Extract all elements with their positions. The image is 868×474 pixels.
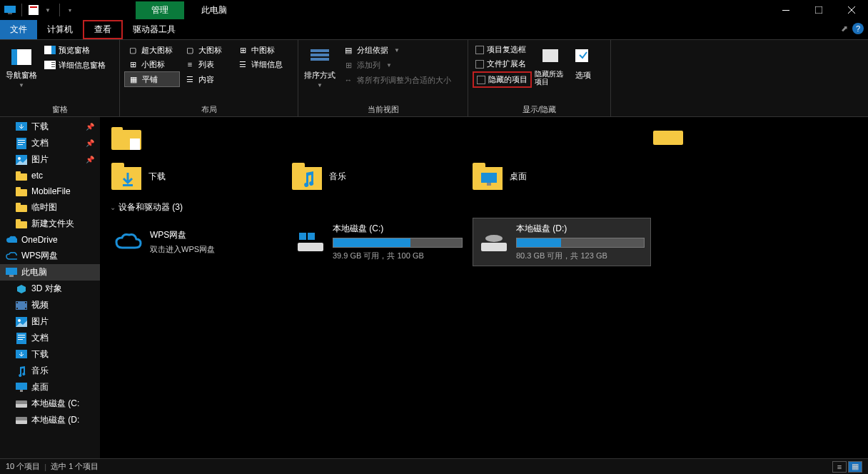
layout-content[interactable]: ☰内容 xyxy=(181,71,233,87)
divider xyxy=(21,4,22,16)
sidebar-item-video[interactable]: 视频 xyxy=(0,297,100,313)
document-icon xyxy=(16,333,27,344)
content-icon: ☰ xyxy=(184,74,196,85)
group-label-panes: 窗格 xyxy=(4,103,115,115)
sidebar-item-wps[interactable]: WPS网盘 xyxy=(0,248,100,264)
svg-rect-13 xyxy=(51,62,55,63)
nav-pane-button[interactable]: 导航窗格 ▼ xyxy=(4,43,39,89)
svg-rect-15 xyxy=(51,66,55,67)
tab-view[interactable]: 查看 xyxy=(83,20,123,39)
svg-rect-9 xyxy=(11,49,17,65)
section-devices-header[interactable]: ⌄ 设备和驱动器 (3) xyxy=(107,196,868,218)
drive-sub: 双击进入WPS网盘 xyxy=(150,244,280,255)
layout-details[interactable]: ☰详细信息 xyxy=(234,57,286,71)
pin-icon: 📌 xyxy=(86,123,94,131)
minimize-ribbon-icon[interactable]: ⬈ xyxy=(841,24,848,34)
maximize-button[interactable] xyxy=(802,0,835,20)
layout-large[interactable]: ▢大图标 xyxy=(181,43,233,57)
options-button[interactable]: 选项 xyxy=(569,43,597,81)
sidebar-item-document[interactable]: 文档 xyxy=(0,330,100,346)
preview-pane-button[interactable]: 预览窗格 xyxy=(41,43,108,57)
add-columns-icon: ⊞ xyxy=(343,59,354,71)
add-columns-button[interactable]: ⊞添加列▼ xyxy=(340,58,454,72)
folder-item[interactable]: 下载 xyxy=(107,157,288,196)
drive-d[interactable]: 本地磁盘 (D:) 80.3 GB 可用，共 123 GB xyxy=(473,218,651,266)
ribbon-tabs: 文件 计算机 查看 驱动器工具 ⬈ ? xyxy=(0,20,868,40)
sidebar-item-drive[interactable]: 本地磁盘 (C: xyxy=(0,395,100,412)
ribbon: 导航窗格 ▼ 预览窗格 详细信息窗格 窗格 ▢超大图标 ▢大图标 ⊞中图标 ⊞小… xyxy=(0,40,868,117)
svg-rect-14 xyxy=(51,64,55,65)
layout-tiles[interactable]: ▦平铺 xyxy=(124,71,180,87)
tiles-icon: ▦ xyxy=(128,74,139,85)
drive-icon xyxy=(16,415,27,426)
folder-item[interactable] xyxy=(107,118,288,157)
item-checkboxes-toggle[interactable]: 项目复选框 xyxy=(473,43,532,56)
contextual-tab-manage[interactable]: 管理 xyxy=(136,1,184,19)
svg-rect-60 xyxy=(653,131,683,145)
svg-rect-73 xyxy=(481,243,507,251)
sidebar-item-folder[interactable]: 新建文件夹 xyxy=(0,216,100,232)
details-pane-button[interactable]: 详细信息窗格 xyxy=(41,58,108,72)
help-icon[interactable]: ? xyxy=(852,23,864,34)
tab-drive-tools[interactable]: 驱动器工具 xyxy=(123,20,186,39)
sidebar-item-pc[interactable]: 此电脑 xyxy=(0,264,100,281)
sidebar[interactable]: 下载📌文档📌图片📌etcMobileFile临时图新建文件夹OneDriveWP… xyxy=(0,117,100,458)
folder-icon xyxy=(16,202,27,213)
svg-rect-70 xyxy=(298,243,323,251)
svg-rect-40 xyxy=(16,302,18,303)
svg-rect-58 xyxy=(111,127,123,133)
picture-icon xyxy=(16,154,27,166)
svg-rect-56 xyxy=(16,417,27,420)
svg-rect-11 xyxy=(51,46,56,54)
hidden-items-toggle[interactable]: 隐藏的项目 xyxy=(473,71,532,88)
view-tiles-button[interactable]: ▦ xyxy=(848,461,862,473)
tab-computer[interactable]: 计算机 xyxy=(37,20,83,39)
close-button[interactable] xyxy=(835,0,868,20)
svg-rect-21 xyxy=(575,49,588,62)
folder-item[interactable]: 音乐 xyxy=(288,157,468,196)
folder-item[interactable]: 桌面 xyxy=(468,157,649,196)
sort-by-button[interactable]: 排序方式 ▼ xyxy=(303,43,337,89)
sidebar-item-document[interactable]: 文档📌 xyxy=(0,135,100,151)
sidebar-item-download[interactable]: 下载📌 xyxy=(0,118,100,135)
sidebar-item-picture[interactable]: 图片 xyxy=(0,313,100,330)
svg-rect-62 xyxy=(111,163,124,170)
svg-rect-4 xyxy=(782,10,789,11)
svg-rect-26 xyxy=(18,144,23,145)
hide-selected-button[interactable]: 隐藏所选项目 xyxy=(535,43,566,86)
properties-icon[interactable] xyxy=(28,4,39,16)
sidebar-item-drive[interactable]: 本地磁盘 (D: xyxy=(0,412,100,428)
sidebar-item-music[interactable]: 音乐 xyxy=(0,363,100,379)
svg-rect-63 xyxy=(123,184,133,186)
sidebar-item-label: OneDrive xyxy=(21,235,58,245)
chevron-down-icon[interactable]: ▼ xyxy=(42,7,54,14)
sidebar-item-folder[interactable]: etc xyxy=(0,168,100,183)
svg-rect-69 xyxy=(487,183,491,186)
sidebar-item-label: WPS网盘 xyxy=(21,250,58,262)
tab-file[interactable]: 文件 xyxy=(0,20,37,39)
layout-small[interactable]: ⊞小图标 xyxy=(124,57,180,71)
layout-extra-large[interactable]: ▢超大图标 xyxy=(124,43,180,57)
svg-rect-42 xyxy=(25,302,26,303)
sidebar-item-picture[interactable]: 图片📌 xyxy=(0,151,100,168)
layout-list[interactable]: ≡列表 xyxy=(181,57,233,71)
qat-customize-icon[interactable]: ▾ xyxy=(66,7,74,14)
layout-medium[interactable]: ⊞中图标 xyxy=(234,43,286,57)
minimize-button[interactable] xyxy=(769,0,802,20)
sidebar-item-onedrive[interactable]: OneDrive xyxy=(0,232,100,248)
onedrive-icon xyxy=(6,234,17,246)
folder-icon xyxy=(16,218,27,230)
sidebar-item-download[interactable]: 下载 xyxy=(0,346,100,363)
size-columns-button[interactable]: ↔将所有列调整为合适的大小 xyxy=(340,73,454,87)
sidebar-item-folder[interactable]: 临时图 xyxy=(0,199,100,216)
drive-wps[interactable]: WPS网盘 双击进入WPS网盘 xyxy=(107,218,286,266)
group-by-button[interactable]: ▤分组依据▼ xyxy=(340,43,454,57)
content-pane[interactable]: 下载音乐桌面 ⌄ 设备和驱动器 (3) WPS网盘 双击进入WPS网盘 本地磁盘… xyxy=(100,117,868,458)
sidebar-item-folder[interactable]: MobileFile xyxy=(0,183,100,199)
folder-item[interactable] xyxy=(649,118,735,157)
drive-c[interactable]: 本地磁盘 (C:) 39.9 GB 可用，共 100 GB xyxy=(290,218,468,266)
view-details-button[interactable]: ≡ xyxy=(832,461,847,473)
file-extensions-toggle[interactable]: 文件扩展名 xyxy=(473,57,532,71)
sidebar-item-desktop[interactable]: 桌面 xyxy=(0,379,100,395)
sidebar-item-3d[interactable]: 3D 对象 xyxy=(0,281,100,297)
